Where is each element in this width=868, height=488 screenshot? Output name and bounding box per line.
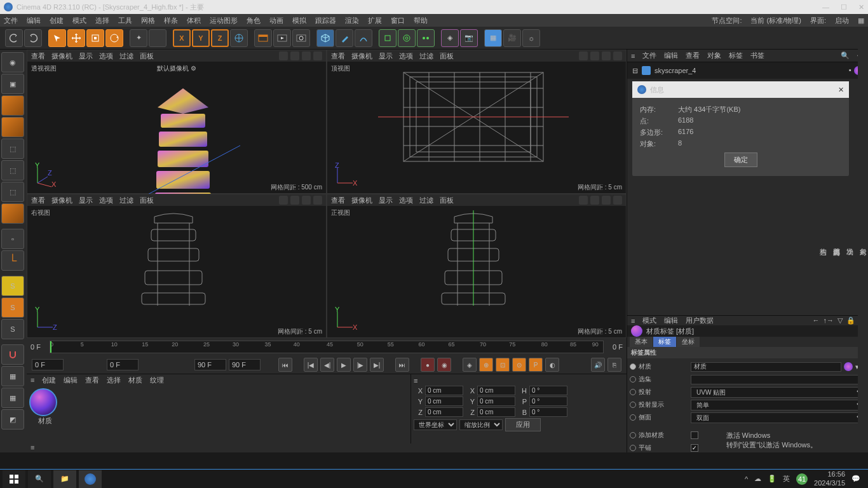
menu-item[interactable]: 模式	[72, 16, 86, 25]
workplane-button[interactable]: ⬚	[1, 139, 24, 159]
size-z-input[interactable]	[477, 407, 515, 417]
axis-l-icon[interactable]: └	[1, 250, 24, 271]
onedrive-icon[interactable]: ☁	[754, 475, 761, 483]
expand-icon[interactable]: ⊟	[632, 67, 638, 75]
rot-b-input[interactable]	[529, 407, 567, 417]
render-view-button[interactable]	[254, 29, 272, 47]
last-tool[interactable]: ✦	[130, 29, 147, 47]
snap-s2-button[interactable]: S	[1, 319, 24, 339]
maximize-button[interactable]: ☐	[841, 3, 847, 11]
selection-field[interactable]	[691, 375, 859, 384]
frame-end-input[interactable]	[194, 359, 226, 370]
tray-up-icon[interactable]: ^	[745, 475, 748, 483]
lock-icon[interactable]: 🔒	[846, 316, 855, 325]
menu-item[interactable]: 工具	[118, 16, 132, 25]
timeline-ruler[interactable]: 0 F 0 5 10 15 20 25 30 35 40 45 50 55 60…	[27, 338, 627, 356]
layout-icon[interactable]: ▦	[858, 17, 864, 25]
projdisplay-select[interactable]: 简单	[691, 400, 865, 410]
ok-button[interactable]: 确定	[724, 152, 757, 167]
grid3-icon[interactable]: ◩	[1, 409, 24, 430]
render-pv-button[interactable]	[273, 29, 291, 47]
move-tool[interactable]	[67, 29, 85, 47]
key-rot-icon[interactable]: ⊙	[512, 358, 526, 372]
z-axis-toggle[interactable]: Z	[211, 29, 229, 47]
menu-item[interactable]: 动画	[269, 16, 283, 25]
marker-icon[interactable]: ⎘	[607, 358, 621, 372]
material-swatch-icon[interactable]	[844, 362, 853, 371]
ime-icon[interactable]: 英	[783, 474, 790, 484]
size-y-input[interactable]	[477, 396, 515, 406]
viewport-right[interactable]: 查看摄像机显示选项过滤面板 右视图 YZ 网格间距 : 5 cm	[27, 194, 327, 338]
next-frame-button[interactable]: |▶	[353, 358, 367, 372]
rot-h-input[interactable]	[529, 386, 567, 395]
menu-item[interactable]: 帮助	[414, 16, 428, 25]
viewport-front[interactable]: 查看摄像机显示选项过滤面板 正视图 YX 网格间距 : 5 cm	[327, 194, 627, 338]
projection-select[interactable]: UVW 贴图	[691, 387, 865, 398]
menu-item[interactable]: 网格	[141, 16, 155, 25]
grid2-icon[interactable]: ▦	[1, 388, 24, 408]
back-icon[interactable]: ←	[813, 316, 820, 325]
grip-icon[interactable]: ≡	[31, 376, 34, 384]
rotate-tool[interactable]	[105, 29, 123, 47]
goto-start-button[interactable]: ⏮	[278, 358, 292, 372]
edge-mode-button[interactable]: ⬚	[1, 182, 24, 202]
key-pos-icon[interactable]: ⊕	[479, 358, 493, 372]
apply-button[interactable]: 应用	[505, 418, 541, 431]
y-axis-toggle[interactable]: Y	[192, 29, 210, 47]
start-button[interactable]	[3, 470, 25, 488]
vp-nav-icon[interactable]	[313, 51, 322, 60]
grip-icon[interactable]: ≡	[414, 377, 417, 384]
object-tree[interactable]: ⊟ skyscraper_4 ▪	[627, 62, 868, 79]
size-x-input[interactable]	[477, 386, 515, 395]
redo-button[interactable]	[24, 29, 42, 47]
menu-item[interactable]: 样条	[164, 16, 178, 25]
model-mode-button[interactable]	[1, 95, 24, 116]
scene-button[interactable]: ◈	[441, 29, 459, 47]
anim-dot[interactable]	[630, 363, 636, 370]
minimize-button[interactable]: —	[822, 3, 829, 11]
menu-item[interactable]: 运动图形	[210, 16, 238, 25]
pos-x-input[interactable]	[425, 386, 463, 395]
magnet-icon[interactable]	[1, 344, 24, 365]
camera-icon[interactable]: 🎥	[503, 29, 521, 47]
record-button[interactable]: ●	[421, 358, 435, 372]
key-param-icon[interactable]: P	[529, 358, 543, 372]
viewport-top[interactable]: 查看摄像机显示选项过滤面板 顶视图 ZX 网格间距 : 5 cm	[327, 50, 627, 194]
frame-max-input[interactable]	[229, 359, 261, 370]
battery-icon[interactable]: 🔋	[768, 475, 776, 483]
spline-pen-button[interactable]	[336, 29, 353, 47]
visibility-dot-icon[interactable]: ▪	[849, 66, 851, 75]
lock-xyz-icon[interactable]	[149, 29, 166, 47]
grid-button[interactable]: ▦	[484, 29, 502, 47]
editable-icon[interactable]: ▣	[1, 74, 24, 94]
play-button[interactable]: ▶	[337, 358, 351, 372]
rot-p-input[interactable]	[529, 396, 567, 406]
deformer-button[interactable]	[398, 29, 416, 47]
vp-nav-icon[interactable]	[279, 51, 288, 60]
render-settings-button[interactable]	[292, 29, 310, 47]
tab-coord[interactable]: 坐标	[677, 337, 700, 347]
menu-item[interactable]: 创建	[50, 16, 64, 25]
goto-end-button[interactable]: ⏭	[395, 358, 409, 372]
grip-icon[interactable]: ≡	[31, 444, 34, 451]
camera-button[interactable]: 📷	[460, 29, 478, 47]
grip-icon[interactable]: ≡	[631, 317, 635, 325]
texture-mode-button[interactable]	[1, 117, 24, 137]
close-icon[interactable]: ✕	[838, 86, 844, 94]
menu-item[interactable]: 扩展	[368, 16, 382, 25]
tile-checkbox[interactable]	[691, 444, 698, 452]
c4d-task-button[interactable]	[79, 470, 102, 488]
menu-item[interactable]: 文件	[4, 16, 18, 25]
tab-basic[interactable]: 基本	[630, 337, 653, 347]
menu-item[interactable]: 渲染	[345, 16, 359, 25]
frame-current-input[interactable]	[107, 359, 139, 370]
key-scale-icon[interactable]: ⊡	[496, 358, 510, 372]
menu-item[interactable]: 编辑	[27, 16, 41, 25]
coord-system-button[interactable]	[230, 29, 248, 47]
key-selection-icon[interactable]: ◈	[463, 358, 477, 372]
material-field[interactable]	[691, 362, 841, 372]
enable-axis-button[interactable]: ▫	[1, 229, 24, 249]
nodespace-select[interactable]: 当前 (标准/物理)	[750, 16, 801, 25]
fields-button[interactable]	[417, 29, 435, 47]
frame-start-input[interactable]	[32, 359, 64, 370]
